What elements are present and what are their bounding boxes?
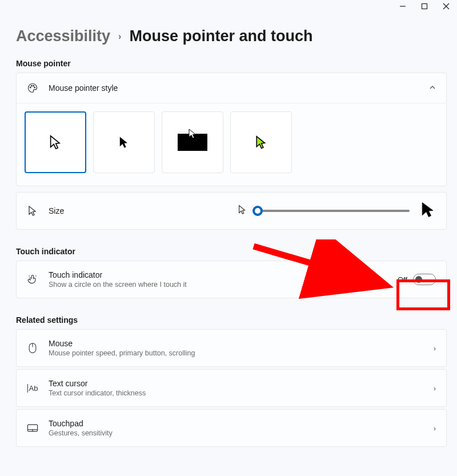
touch-indicator-card: Touch indicator Show a circle on the scr… xyxy=(16,261,447,298)
cursor-min-icon xyxy=(237,205,247,217)
pointer-style-card: Mouse pointer style xyxy=(16,73,447,186)
slider-thumb[interactable] xyxy=(252,206,263,216)
mouse-icon xyxy=(27,342,38,354)
minimize-button[interactable] xyxy=(399,2,407,10)
section-related-label: Related settings xyxy=(16,315,447,325)
maximize-button[interactable] xyxy=(420,2,428,10)
touch-icon xyxy=(27,274,38,285)
touch-indicator-subtitle: Show a circle on the screen where I touc… xyxy=(49,281,387,289)
related-touchpad-subtitle: Gestures, sensitivity xyxy=(49,429,423,437)
pointer-style-title: Mouse pointer style xyxy=(49,83,419,93)
related-text-cursor-title: Text cursor xyxy=(49,379,423,388)
svg-point-5 xyxy=(31,85,33,86)
close-button[interactable] xyxy=(442,2,450,10)
touch-indicator-toggle[interactable] xyxy=(413,274,436,285)
pointer-style-option-white[interactable] xyxy=(25,111,86,173)
related-touchpad-card[interactable]: Touchpad Gestures, sensitivity › xyxy=(16,409,447,447)
touch-indicator-row: Touch indicator Show a circle on the scr… xyxy=(17,261,446,298)
touch-indicator-title: Touch indicator xyxy=(49,270,387,279)
related-mouse-title: Mouse xyxy=(49,339,423,348)
touch-indicator-state-label: Off xyxy=(398,275,407,284)
chevron-right-icon: › xyxy=(118,31,121,42)
chevron-right-icon: › xyxy=(434,384,436,393)
pointer-size-card: Size xyxy=(16,192,447,230)
page-title: Mouse pointer and touch xyxy=(129,27,312,45)
chevron-up-icon xyxy=(429,84,436,93)
pointer-style-option-black[interactable] xyxy=(93,111,155,173)
touchpad-icon xyxy=(27,423,38,433)
pointer-size-label: Size xyxy=(49,206,64,215)
related-text-cursor-card[interactable]: Ab Text cursor Text cursor indicator, th… xyxy=(16,369,447,407)
section-touch-indicator-label: Touch indicator xyxy=(16,247,447,256)
related-mouse-subtitle: Mouse pointer speed, primary button, scr… xyxy=(49,349,423,357)
related-mouse-card[interactable]: Mouse Mouse pointer speed, primary butto… xyxy=(16,329,447,367)
text-cursor-icon: Ab xyxy=(27,384,38,393)
cursor-outline-icon xyxy=(27,205,38,217)
pointer-style-header[interactable]: Mouse pointer style xyxy=(17,73,446,103)
chevron-right-icon: › xyxy=(434,424,436,433)
palette-icon xyxy=(27,82,38,94)
breadcrumb: Accessibility › Mouse pointer and touch xyxy=(16,27,447,45)
section-mouse-pointer-label: Mouse pointer xyxy=(16,59,447,68)
pointer-style-option-inverted[interactable] xyxy=(162,111,223,173)
window-controls xyxy=(399,2,450,10)
svg-point-6 xyxy=(33,85,34,86)
svg-point-7 xyxy=(34,87,35,88)
breadcrumb-parent[interactable]: Accessibility xyxy=(16,27,110,45)
related-touchpad-title: Touchpad xyxy=(49,419,423,428)
pointer-style-option-custom[interactable] xyxy=(230,111,292,173)
related-text-cursor-subtitle: Text cursor indicator, thickness xyxy=(49,389,423,397)
pointer-style-options xyxy=(17,103,446,186)
svg-point-4 xyxy=(30,87,31,88)
pointer-size-row: Size xyxy=(17,193,446,229)
touch-indicator-toggle-wrap: Off xyxy=(398,274,436,285)
toggle-knob xyxy=(415,276,422,283)
pointer-size-slider[interactable] xyxy=(258,210,410,212)
svg-rect-1 xyxy=(422,4,427,9)
chevron-right-icon: › xyxy=(434,344,436,353)
cursor-max-icon xyxy=(420,202,436,220)
